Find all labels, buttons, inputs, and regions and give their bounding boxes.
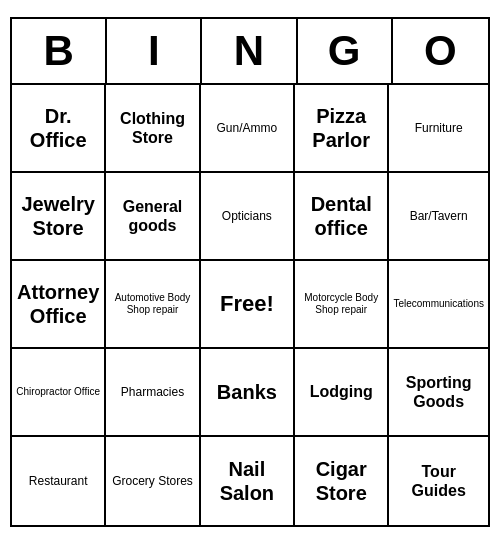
bingo-cell-9: Bar/Tavern bbox=[389, 173, 488, 261]
cell-text-4: Furniture bbox=[415, 121, 463, 135]
cell-text-6: General goods bbox=[110, 197, 194, 235]
bingo-card: BINGO Dr. OfficeClothing StoreGun/AmmoPi… bbox=[10, 17, 490, 527]
bingo-cell-11: Automotive Body Shop repair bbox=[106, 261, 200, 349]
bingo-cell-4: Furniture bbox=[389, 85, 488, 173]
cell-text-23: Cigar Store bbox=[299, 457, 383, 505]
cell-text-13: Motorcycle Body Shop repair bbox=[299, 292, 383, 316]
bingo-cell-17: Banks bbox=[201, 349, 295, 437]
bingo-letter-n: N bbox=[202, 19, 297, 83]
bingo-cell-24: Tour Guides bbox=[389, 437, 488, 525]
cell-text-12: Free! bbox=[220, 291, 274, 317]
cell-text-7: Opticians bbox=[222, 209, 272, 223]
bingo-cell-21: Grocery Stores bbox=[106, 437, 200, 525]
cell-text-5: Jewelry Store bbox=[16, 192, 100, 240]
bingo-cell-18: Lodging bbox=[295, 349, 389, 437]
cell-text-15: Chiropractor Office bbox=[16, 386, 100, 398]
cell-text-11: Automotive Body Shop repair bbox=[110, 292, 194, 316]
bingo-cell-23: Cigar Store bbox=[295, 437, 389, 525]
bingo-cell-5: Jewelry Store bbox=[12, 173, 106, 261]
bingo-cell-14: Telecommunications bbox=[389, 261, 488, 349]
cell-text-16: Pharmacies bbox=[121, 385, 184, 399]
bingo-cell-3: Pizza Parlor bbox=[295, 85, 389, 173]
bingo-letter-b: B bbox=[12, 19, 107, 83]
cell-text-3: Pizza Parlor bbox=[299, 104, 383, 152]
bingo-cell-20: Restaurant bbox=[12, 437, 106, 525]
bingo-letter-o: O bbox=[393, 19, 488, 83]
bingo-cell-13: Motorcycle Body Shop repair bbox=[295, 261, 389, 349]
bingo-cell-7: Opticians bbox=[201, 173, 295, 261]
bingo-cell-19: Sporting Goods bbox=[389, 349, 488, 437]
bingo-cell-6: General goods bbox=[106, 173, 200, 261]
cell-text-1: Clothing Store bbox=[110, 109, 194, 147]
bingo-cell-0: Dr. Office bbox=[12, 85, 106, 173]
bingo-cell-22: Nail Salon bbox=[201, 437, 295, 525]
bingo-letter-i: I bbox=[107, 19, 202, 83]
cell-text-14: Telecommunications bbox=[393, 298, 484, 310]
cell-text-8: Dental office bbox=[299, 192, 383, 240]
cell-text-2: Gun/Ammo bbox=[217, 121, 278, 135]
cell-text-18: Lodging bbox=[310, 382, 373, 401]
bingo-cell-16: Pharmacies bbox=[106, 349, 200, 437]
cell-text-20: Restaurant bbox=[29, 474, 88, 488]
cell-text-9: Bar/Tavern bbox=[410, 209, 468, 223]
bingo-cell-2: Gun/Ammo bbox=[201, 85, 295, 173]
cell-text-17: Banks bbox=[217, 380, 277, 404]
bingo-grid: Dr. OfficeClothing StoreGun/AmmoPizza Pa… bbox=[12, 85, 488, 525]
bingo-letter-g: G bbox=[298, 19, 393, 83]
cell-text-22: Nail Salon bbox=[205, 457, 289, 505]
bingo-cell-8: Dental office bbox=[295, 173, 389, 261]
bingo-cell-1: Clothing Store bbox=[106, 85, 200, 173]
bingo-cell-12: Free! bbox=[201, 261, 295, 349]
cell-text-0: Dr. Office bbox=[16, 104, 100, 152]
bingo-header: BINGO bbox=[12, 19, 488, 85]
cell-text-10: Attorney Office bbox=[16, 280, 100, 328]
bingo-cell-10: Attorney Office bbox=[12, 261, 106, 349]
cell-text-24: Tour Guides bbox=[393, 462, 484, 500]
bingo-cell-15: Chiropractor Office bbox=[12, 349, 106, 437]
cell-text-19: Sporting Goods bbox=[393, 373, 484, 411]
cell-text-21: Grocery Stores bbox=[112, 474, 193, 488]
